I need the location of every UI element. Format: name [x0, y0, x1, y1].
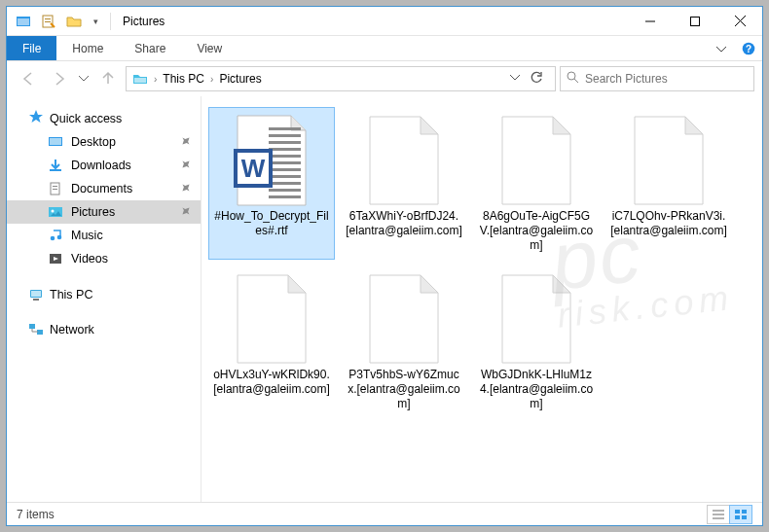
blank-file-icon — [490, 272, 583, 366]
sidebar-item-music[interactable]: Music — [7, 224, 201, 247]
help-icon[interactable]: ? — [735, 36, 762, 60]
sidebar-item-documents[interactable]: Documents — [7, 177, 201, 200]
pin-icon — [181, 206, 191, 218]
navigation-pane: Quick access DesktopDownloadsDocumentsPi… — [7, 96, 201, 502]
window-title: Pictures — [119, 15, 165, 28]
star-icon — [28, 109, 44, 127]
sidebar-item-desktop[interactable]: Desktop — [7, 130, 201, 154]
pin-icon — [181, 183, 191, 195]
file-list[interactable]: W#How_To_Decrypt_Files#.rtf6TaXWhiY-oBrf… — [201, 96, 762, 502]
chevron-right-icon[interactable]: › — [154, 74, 157, 85]
file-item[interactable]: W#How_To_Decrypt_Files#.rtf — [209, 108, 334, 259]
computer-icon — [28, 287, 44, 302]
svg-rect-36 — [269, 168, 301, 171]
svg-rect-35 — [269, 161, 301, 164]
qat-customize-icon[interactable]: ▾ — [89, 11, 102, 32]
refresh-icon[interactable] — [530, 71, 543, 88]
svg-rect-11 — [134, 78, 146, 83]
item-count: 7 items — [17, 508, 55, 521]
file-item[interactable]: iC7LQOhv-PRkanV3i.[elantra@galeiim.com] — [606, 108, 731, 259]
sidebar-item-pictures[interactable]: Pictures — [7, 200, 201, 224]
svg-rect-37 — [269, 175, 301, 178]
svg-rect-27 — [33, 299, 39, 301]
breadcrumb-root[interactable]: This PC — [163, 72, 204, 86]
svg-rect-34 — [269, 155, 301, 158]
icons-view-button[interactable] — [729, 505, 752, 524]
app-icon[interactable] — [13, 11, 34, 32]
blank-file-icon — [357, 114, 451, 207]
blank-file-icon — [357, 272, 451, 366]
address-bar[interactable]: › This PC › Pictures — [126, 66, 556, 91]
ribbon-tabs: File Home Share View ? — [7, 36, 762, 61]
pictures-folder-icon — [132, 71, 148, 87]
svg-point-22 — [51, 236, 55, 241]
file-item[interactable]: P3Tv5hbS-wY6Zmucx.[elantra@galeiim.com] — [342, 266, 466, 417]
close-button[interactable] — [717, 7, 762, 35]
search-input[interactable] — [585, 72, 748, 86]
tab-share[interactable]: Share — [119, 36, 181, 60]
search-box[interactable] — [560, 66, 754, 91]
pictures-icon — [48, 204, 63, 220]
ribbon-expand-icon[interactable] — [708, 36, 735, 60]
svg-rect-4 — [45, 21, 51, 22]
details-view-button[interactable] — [707, 505, 730, 524]
status-bar: 7 items — [7, 502, 762, 525]
tab-home[interactable]: Home — [56, 36, 119, 60]
music-icon — [48, 228, 63, 243]
file-item[interactable]: 8A6gOuTe-AigCF5GV.[elantra@galeiim.com] — [474, 108, 599, 259]
blank-file-icon — [490, 114, 583, 207]
svg-rect-38 — [269, 182, 301, 185]
svg-rect-32 — [269, 141, 301, 144]
file-item[interactable]: 6TaXWhiY-oBrfDJ24.[elantra@galeiim.com] — [342, 108, 466, 259]
quick-access-header[interactable]: Quick access — [7, 106, 201, 130]
svg-point-21 — [52, 210, 55, 213]
explorer-window: ▾ Pictures File Home Share View ? — [6, 6, 763, 526]
breadcrumb-current[interactable]: Pictures — [219, 72, 261, 86]
svg-rect-19 — [53, 189, 57, 190]
sidebar-item-label: Downloads — [71, 159, 131, 172]
up-button[interactable] — [94, 65, 122, 92]
sidebar-item-label: Desktop — [71, 135, 116, 149]
this-pc-header[interactable]: This PC — [7, 284, 201, 305]
pin-icon — [181, 160, 191, 171]
recent-locations-icon[interactable] — [77, 65, 91, 92]
back-button[interactable] — [15, 65, 42, 92]
sidebar-item-downloads[interactable]: Downloads — [7, 154, 201, 177]
svg-rect-40 — [269, 195, 301, 198]
file-name: #How_To_Decrypt_Files#.rtf — [213, 209, 330, 238]
svg-rect-28 — [29, 324, 35, 329]
file-item[interactable]: oHVLx3uY-wKRlDk90.[elantra@galeiim.com] — [209, 266, 334, 417]
blank-file-icon — [225, 272, 318, 366]
svg-rect-33 — [269, 148, 301, 151]
file-item[interactable]: WbGJDnkK-LHluM1z4.[elantra@galeiim.com] — [474, 266, 599, 417]
qat-newfolder-icon[interactable] — [63, 11, 85, 32]
sidebar-item-videos[interactable]: Videos — [7, 247, 201, 270]
svg-point-12 — [568, 72, 575, 80]
svg-rect-30 — [269, 127, 301, 130]
network-header[interactable]: Network — [7, 319, 201, 340]
sidebar-item-label: Videos — [71, 252, 108, 266]
svg-rect-6 — [691, 17, 700, 25]
videos-icon — [48, 251, 63, 266]
svg-text:?: ? — [746, 44, 751, 54]
svg-rect-18 — [53, 186, 57, 187]
qat-properties-icon[interactable] — [38, 11, 59, 32]
svg-point-23 — [57, 235, 62, 240]
forward-button[interactable] — [46, 65, 73, 92]
file-name: 6TaXWhiY-oBrfDJ24.[elantra@galeiim.com] — [346, 209, 462, 238]
chevron-right-icon[interactable]: › — [210, 74, 213, 85]
tab-file[interactable]: File — [7, 36, 56, 60]
maximize-button[interactable] — [673, 7, 717, 35]
minimize-button[interactable] — [628, 7, 673, 35]
svg-rect-3 — [45, 18, 51, 19]
svg-rect-39 — [269, 189, 301, 192]
pin-icon — [181, 136, 191, 148]
blank-file-icon — [622, 114, 715, 207]
desktop-icon — [48, 134, 63, 150]
tab-view[interactable]: View — [181, 36, 238, 60]
address-dropdown-icon[interactable] — [510, 72, 520, 86]
svg-rect-50 — [742, 515, 747, 519]
rtf-document-icon: W — [225, 114, 318, 207]
svg-rect-31 — [269, 134, 301, 137]
file-name: 8A6gOuTe-AigCF5GV.[elantra@galeiim.com] — [478, 209, 595, 253]
